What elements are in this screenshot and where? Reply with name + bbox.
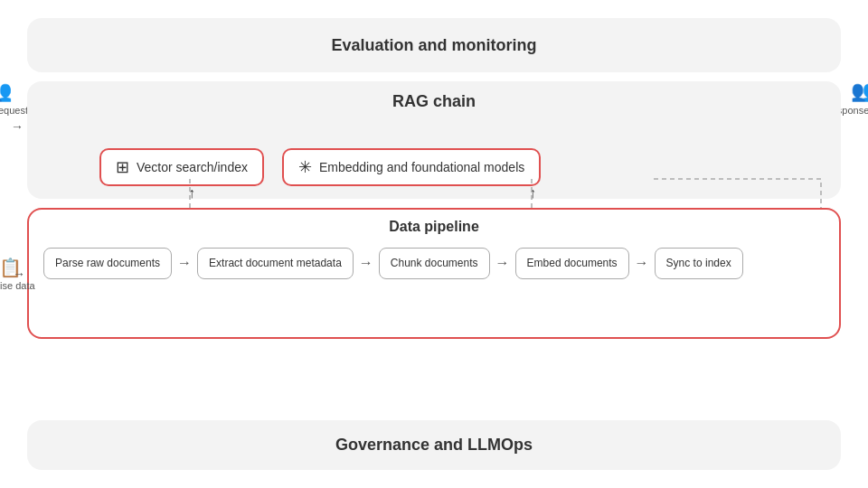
- arrow-4: →: [635, 255, 649, 271]
- user-label: User request: [0, 105, 28, 116]
- data-pipeline-box: 🗄📋 Enterprise data → Data pipeline Parse…: [27, 208, 841, 339]
- pipeline-steps: Parse raw documents → Extract document m…: [43, 248, 825, 279]
- embedding-icon: ✳: [298, 157, 312, 177]
- pipeline-title: Data pipeline: [43, 219, 825, 235]
- eval-monitoring-box: Evaluation and monitoring: [27, 18, 841, 72]
- step-embed: Embed documents: [515, 248, 629, 279]
- step-sync: Sync to index: [655, 248, 743, 279]
- user-request: 👥 User request: [0, 80, 28, 116]
- step-parse: Parse raw documents: [43, 248, 172, 279]
- step-sync-label: Sync to index: [666, 257, 731, 269]
- step-chunk: Chunk documents: [379, 248, 490, 279]
- middle-section: 👥 User request → → 👥 Response to user RA…: [27, 81, 841, 411]
- step-extract: Extract document metadata: [197, 248, 354, 279]
- user-arrow: →: [11, 119, 24, 134]
- embedding-models-box: ✳ Embedding and foundational models: [282, 148, 541, 186]
- step-embed-label: Embed documents: [527, 257, 618, 269]
- enterprise-label: Enterprise data: [0, 280, 35, 291]
- step-parse-label: Parse raw documents: [55, 257, 160, 269]
- governance-label: Governance and LLMOps: [335, 436, 533, 455]
- rag-title: RAG chain: [392, 92, 476, 111]
- response-icon: 👥: [851, 80, 868, 103]
- vector-up-arrow: ↑: [188, 186, 195, 201]
- vector-search-box: ⊞ Vector search/index: [99, 148, 264, 186]
- arrow-3: →: [495, 255, 510, 271]
- embed-up-arrow: ↑: [529, 186, 536, 201]
- vector-search-icon: ⊞: [116, 157, 129, 177]
- user-icon: 👥: [0, 80, 12, 103]
- step-chunk-label: Chunk documents: [391, 257, 478, 269]
- vector-search-label: Vector search/index: [137, 160, 248, 174]
- rag-chain-box: RAG chain ↑ ↑ ⊞ Vector search/index ✳ Em…: [27, 81, 841, 199]
- governance-box: Governance and LLMOps: [27, 420, 841, 470]
- diagram: Evaluation and monitoring 👥 User request…: [18, 9, 850, 479]
- embedding-label: Embedding and foundational models: [319, 160, 524, 174]
- arrow-2: →: [359, 255, 373, 271]
- enterprise-arrow: →: [13, 267, 25, 281]
- eval-monitoring-label: Evaluation and monitoring: [331, 36, 536, 55]
- rag-sub-boxes: ⊞ Vector search/index ✳ Embedding and fo…: [99, 148, 541, 186]
- step-extract-label: Extract document metadata: [209, 257, 342, 269]
- arrow-1: →: [177, 255, 192, 271]
